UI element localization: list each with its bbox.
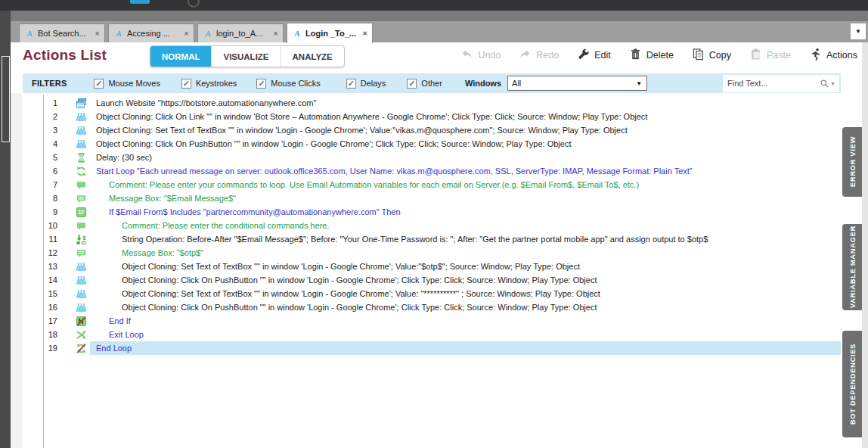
windows-select[interactable]: All ▼ (507, 76, 647, 91)
search-caret-icon: ▼ (830, 81, 835, 86)
row-number: 1 (44, 98, 57, 107)
action-row-3[interactable]: 3Object Cloning: Set Text of TextBox "" … (44, 123, 841, 137)
action-row-10[interactable]: 10Comment: Please enter the conditional … (44, 219, 841, 232)
row-text: Delay: (30 sec) (96, 153, 152, 162)
view-button-normal[interactable]: NORMAL (150, 46, 211, 67)
filter-checkbox-other[interactable]: ✓Other (407, 79, 442, 89)
toolbar-button-label: Edit (594, 50, 611, 61)
aa-logo-icon: A (113, 28, 124, 39)
object-cloning-icon (76, 111, 88, 123)
action-row-4[interactable]: 4Object Cloning: Click On PushButton "" … (44, 137, 841, 151)
svg-text:A: A (205, 29, 211, 38)
comment-icon (76, 220, 88, 232)
view-button-visualize[interactable]: VISUALIZE (211, 46, 280, 67)
action-row-13[interactable]: 13Object Cloning: Set Text of TextBox ""… (44, 260, 841, 273)
tab-close-icon[interactable]: ✕ (184, 30, 189, 37)
sidebar-tab-variable-manager[interactable]: VARIABLE MANAGER (842, 224, 862, 310)
document-tab-login-to-a[interactable]: Alogin_to_A...✕ (197, 23, 284, 42)
checkbox-icon: ✓ (256, 79, 266, 89)
row-text: If $Email From$ Includes "partnercommuni… (109, 207, 401, 216)
right-scroll-gutter[interactable] (862, 42, 868, 448)
trash-icon (629, 48, 642, 63)
toolbar-button-edit[interactable]: Edit (577, 48, 611, 63)
row-number: 18 (44, 330, 57, 339)
sidebar-tab-label: VARIABLE MANAGER (848, 226, 857, 308)
tab-label: login_to_A... (216, 29, 270, 38)
secondary-bar (0, 11, 868, 21)
action-row-18[interactable]: 18Exit Loop (44, 328, 841, 341)
tab-close-icon[interactable]: ✕ (95, 30, 100, 37)
automation-anywhere-editor: ABot Search...✕AAccesing ...✕Alogin_to_A… (0, 0, 868, 448)
toolbar-button-label: Paste (767, 50, 791, 61)
action-row-16[interactable]: 16Object Cloning: Click On PushButton ""… (44, 300, 841, 314)
action-row-1[interactable]: 1Launch Website "https://botstore.automa… (44, 96, 841, 110)
start-loop-icon (76, 166, 88, 177)
row-number: 12 (44, 248, 57, 257)
search-button[interactable]: ▼ (820, 79, 839, 89)
tab-close-icon[interactable]: ✕ (273, 30, 278, 37)
filter-checkbox-mouse-clicks[interactable]: ✓Mouse Clicks (256, 79, 320, 89)
string-operation-icon: $ (76, 234, 88, 245)
toolbar-button-actions[interactable]: Actions (809, 48, 857, 63)
redo-icon (519, 48, 532, 63)
action-row-19[interactable]: 19End Loop (44, 341, 841, 355)
sidebar-tab-label: ERROR VIEW (848, 136, 857, 187)
row-text: End Loop (96, 344, 132, 353)
row-text: Object Cloning: Set Text of TextBox "" i… (96, 126, 628, 135)
filter-checkbox-mouse-moves[interactable]: ✓Mouse Moves (94, 79, 160, 89)
action-row-2[interactable]: 2Object Cloning: Click On Link "" in win… (44, 110, 841, 123)
row-number: 19 (44, 344, 57, 353)
action-row-6[interactable]: 6Start Loop "Each unread message on serv… (44, 164, 841, 178)
row-text: Object Cloning: Set Text of TextBox "" i… (122, 262, 580, 271)
aa-logo-icon: A (203, 28, 213, 39)
action-row-12[interactable]: 12Message Box: "$otp$" (44, 246, 841, 260)
row-number: 14 (44, 275, 57, 285)
sidebar-tab-bot-dependencies[interactable]: BOT DEPENDENCIES (842, 331, 862, 437)
row-text: Object Cloning: Click On PushButton "" i… (122, 275, 597, 285)
row-number: 13 (44, 262, 57, 271)
filter-checkbox-keystrokes[interactable]: ✓Keystrokes (181, 79, 237, 89)
row-number: 8 (44, 194, 57, 203)
action-row-15[interactable]: 15Object Cloning: Set Text of TextBox ""… (44, 287, 841, 300)
row-number: 5 (44, 153, 57, 162)
action-row-17[interactable]: 17End If (44, 314, 841, 328)
tab-label: Bot Search... (38, 29, 91, 38)
left-rail (0, 11, 11, 448)
windows-label: Windows (465, 79, 501, 88)
row-number: 16 (44, 303, 57, 312)
search-icon (820, 79, 829, 89)
action-row-5[interactable]: 5Delay: (30 sec) (44, 151, 841, 164)
checkbox-label: Other (421, 79, 442, 88)
comment-icon (76, 179, 88, 191)
toolbar-button-undo: Undo (460, 48, 501, 63)
action-row-11[interactable]: 11$String Operation: Before-After "$Emai… (44, 232, 841, 246)
delay-icon (76, 152, 88, 163)
action-row-14[interactable]: 14Object Cloning: Click On PushButton ""… (44, 273, 841, 287)
action-row-8[interactable]: 8Message Box: "$Email Message$" (44, 191, 841, 205)
exit-loop-icon (76, 329, 88, 341)
action-row-9[interactable]: 9IFIf $Email From$ Includes "partnercomm… (44, 205, 841, 219)
svg-text:A: A (293, 29, 300, 38)
row-text: Exit Loop (109, 330, 144, 339)
view-button-analyze[interactable]: ANALYZE (281, 46, 344, 67)
row-text: Object Cloning: Click On Link "" in wind… (96, 112, 647, 121)
toolbar-button-copy[interactable]: Copy (692, 48, 731, 63)
document-tab-login-to[interactable]: ALogin _To_...✕ (287, 23, 373, 43)
filter-checkbox-delays[interactable]: ✓Delays (346, 79, 386, 89)
document-tab-bot-search[interactable]: ABot Search...✕ (19, 23, 105, 42)
action-row-7[interactable]: 7Comment: Please enter your commands to … (44, 178, 841, 191)
tab-close-icon[interactable]: ✕ (362, 30, 367, 37)
row-text: Comment: Please enter your commands to l… (109, 180, 639, 189)
toolbar-button-delete[interactable]: Delete (629, 48, 674, 63)
object-cloning-icon (76, 138, 88, 150)
row-text: Comment: Please enter the conditional co… (122, 221, 330, 230)
row-text: End If (109, 316, 131, 325)
object-cloning-icon (76, 302, 88, 313)
tab-overflow-button[interactable]: ▼ (850, 23, 866, 40)
active-menu-accent (130, 0, 150, 4)
document-tab-accesing[interactable]: AAccesing ...✕ (108, 23, 194, 42)
svg-text:A: A (116, 29, 122, 38)
find-text-input[interactable] (723, 79, 820, 88)
sidebar-tab-error-view[interactable]: ERROR VIEW (842, 127, 862, 197)
sidebar-tab-label: BOT DEPENDENCIES (848, 344, 857, 425)
